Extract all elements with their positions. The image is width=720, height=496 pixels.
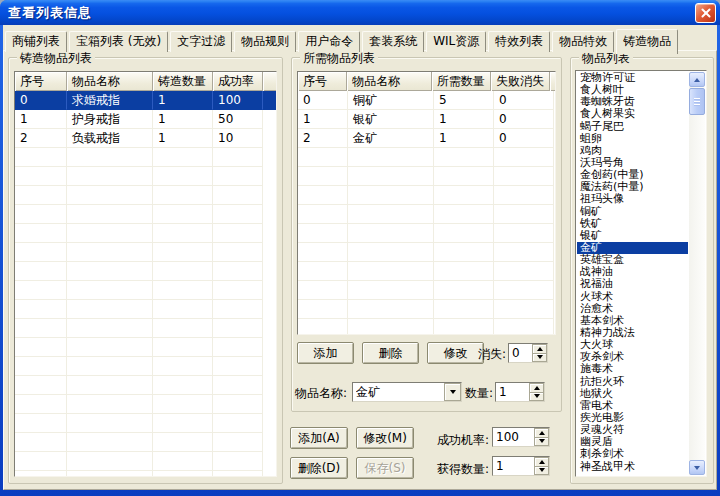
item-list-entry[interactable]: 铜矿 bbox=[577, 206, 688, 218]
item-list-entry[interactable]: 大火球 bbox=[577, 339, 688, 351]
forge-table-row[interactable]: 0求婚戒指1100 bbox=[15, 91, 276, 110]
tab-6[interactable]: WIL资源 bbox=[426, 31, 486, 52]
item-list-entry[interactable]: 神圣战甲术 bbox=[577, 461, 688, 473]
close-button[interactable] bbox=[695, 3, 716, 23]
forge-items-table[interactable]: 序号物品名称铸造数量成功率0求婚戒指11001护身戒指1502负载戒指110 bbox=[14, 71, 277, 477]
required-table-column-header[interactable]: 物品名称 bbox=[347, 72, 432, 91]
spin-up-button[interactable] bbox=[534, 428, 549, 438]
titlebar[interactable]: 查看列表信息 bbox=[0, 0, 720, 25]
forge-table-row[interactable]: 2负载戒指110 bbox=[15, 129, 276, 148]
forge-table-empty-cell bbox=[67, 224, 153, 243]
item-list-entry[interactable]: 金矿 bbox=[577, 242, 688, 254]
item-list-entry[interactable]: 食人树果实 bbox=[577, 108, 688, 120]
item-list-entry[interactable]: 食人树叶 bbox=[577, 84, 688, 96]
spin-down-button[interactable] bbox=[529, 393, 544, 402]
combo-drop-button[interactable] bbox=[444, 383, 461, 401]
tab-8[interactable]: 物品特效 bbox=[552, 31, 614, 52]
scroll-thumb[interactable] bbox=[689, 88, 705, 115]
required-delete-button[interactable]: 删除 bbox=[362, 342, 419, 364]
scroll-up-button[interactable] bbox=[689, 72, 705, 87]
item-list-entry[interactable]: 铁矿 bbox=[577, 218, 688, 230]
required-items-table[interactable]: 序号物品名称所需数量失败消失0铜矿501银矿102金矿10 bbox=[297, 71, 556, 335]
success-rate-input[interactable] bbox=[493, 428, 534, 446]
item-list-entry[interactable]: 鸡肉 bbox=[577, 145, 688, 157]
item-list-entry[interactable]: 火球术 bbox=[577, 291, 688, 303]
required-table-row[interactable]: 1银矿10 bbox=[298, 110, 555, 129]
spin-down-button[interactable] bbox=[532, 354, 547, 363]
item-list-entry[interactable]: 银矿 bbox=[577, 230, 688, 242]
obtain-qty-spinner bbox=[534, 457, 549, 475]
item-list-entry[interactable]: 蝎子尾巴 bbox=[577, 121, 688, 133]
spin-up-button[interactable] bbox=[529, 383, 544, 393]
required-add-button[interactable]: 添加 bbox=[297, 342, 354, 364]
item-list-entry[interactable]: 祝福油 bbox=[577, 278, 688, 290]
forge-table-column-header[interactable]: 铸造数量 bbox=[153, 72, 213, 91]
forge-delete-button[interactable]: 删除(D) bbox=[290, 457, 348, 479]
item-list-entry[interactable]: 疾光电影 bbox=[577, 412, 688, 424]
item-list-entry[interactable]: 抗拒火环 bbox=[577, 376, 688, 388]
obtain-qty-spinbox bbox=[492, 456, 550, 476]
item-list-entry[interactable]: 战神油 bbox=[577, 266, 688, 278]
tab-1[interactable]: 宝箱列表 (无效) bbox=[69, 31, 168, 52]
item-list-entry[interactable]: 毒蜘蛛牙齿 bbox=[577, 96, 688, 108]
item-list-entry[interactable]: 治愈术 bbox=[577, 303, 688, 315]
item-list-entry[interactable]: 金创药(中量) bbox=[577, 169, 688, 181]
spin-down-button[interactable] bbox=[534, 467, 549, 476]
required-table-column-header[interactable]: 所需数量 bbox=[432, 72, 491, 91]
item-list-entry[interactable]: 英雄宝盒 bbox=[577, 254, 688, 266]
forge-table-empty-cell bbox=[15, 262, 67, 281]
required-table-row[interactable]: 2金矿10 bbox=[298, 129, 555, 148]
item-list-entry[interactable]: 灵魂火符 bbox=[577, 424, 688, 436]
required-table-row[interactable]: 0铜矿50 bbox=[298, 91, 555, 110]
forge-table-empty-row bbox=[15, 243, 276, 262]
forge-table-empty-cell bbox=[213, 224, 263, 243]
obtain-qty-input[interactable] bbox=[493, 457, 534, 475]
scroll-down-button[interactable] bbox=[689, 460, 705, 475]
item-list-entry[interactable]: 基本剑术 bbox=[577, 315, 688, 327]
item-list-entry[interactable]: 地狱火 bbox=[577, 388, 688, 400]
forge-table-row[interactable]: 1护身戒指150 bbox=[15, 110, 276, 129]
item-listbox[interactable]: 宠物许可证食人树叶毒蜘蛛牙齿食人树果实蝎子尾巴蛆卵鸡肉沃玛号角金创药(中量)魔法… bbox=[575, 70, 707, 477]
forge-modify-button[interactable]: 修改(M) bbox=[356, 427, 414, 449]
required-table-empty-row bbox=[298, 262, 555, 281]
item-list-entry[interactable]: 魔法药(中量) bbox=[577, 181, 688, 193]
forge-table-column-header[interactable]: 物品名称 bbox=[67, 72, 153, 91]
item-list-entry[interactable]: 蛆卵 bbox=[577, 133, 688, 145]
item-list-entry[interactable]: 刺杀剑术 bbox=[577, 448, 688, 460]
spin-up-button[interactable] bbox=[532, 344, 547, 354]
item-list-entry[interactable]: 幽灵盾 bbox=[577, 436, 688, 448]
spin-down-button[interactable] bbox=[534, 438, 549, 447]
item-list-entry[interactable]: 祖玛头像 bbox=[577, 193, 688, 205]
required-table-column-header[interactable]: 失败消失 bbox=[491, 72, 550, 91]
item-list-scrollbar[interactable] bbox=[689, 72, 705, 475]
forge-save-button[interactable]: 保存(S) bbox=[356, 457, 414, 479]
required-table-column-header[interactable]: 序号 bbox=[298, 72, 347, 91]
tab-0[interactable]: 商铺列表 bbox=[5, 31, 67, 52]
tab-2[interactable]: 文字过滤 bbox=[170, 31, 232, 52]
forge-table-empty-row bbox=[15, 205, 276, 224]
spin-up-button[interactable] bbox=[534, 457, 549, 467]
tab-3[interactable]: 物品规则 bbox=[234, 31, 296, 52]
item-list-entry[interactable]: 宠物许可证 bbox=[577, 72, 688, 84]
item-list-entry[interactable]: 沃玛号角 bbox=[577, 157, 688, 169]
tab-5[interactable]: 套装系统 bbox=[362, 31, 424, 52]
required-table-empty-cell bbox=[298, 205, 348, 224]
item-list-entry[interactable]: 雷电术 bbox=[577, 400, 688, 412]
item-name-value[interactable] bbox=[353, 383, 444, 401]
tab-9[interactable]: 铸造物品 bbox=[616, 29, 678, 54]
required-table-cell: 0 bbox=[494, 110, 554, 129]
qty-input[interactable] bbox=[496, 383, 529, 401]
item-list-entry[interactable]: 精神力战法 bbox=[577, 327, 688, 339]
required-table-empty-cell bbox=[298, 319, 348, 335]
required-table-empty-cell bbox=[494, 262, 554, 281]
forge-table-column-header[interactable]: 序号 bbox=[15, 72, 67, 91]
lost-input[interactable] bbox=[509, 344, 532, 362]
required-modify-button[interactable]: 修改 bbox=[427, 342, 484, 364]
forge-table-empty-cell bbox=[153, 148, 213, 167]
item-list-entry[interactable]: 攻杀剑术 bbox=[577, 351, 688, 363]
forge-add-button[interactable]: 添加(A) bbox=[290, 427, 348, 449]
forge-table-column-header[interactable]: 成功率 bbox=[213, 72, 263, 91]
tab-7[interactable]: 特效列表 bbox=[488, 31, 550, 52]
tab-4[interactable]: 用户命令 bbox=[298, 31, 360, 52]
item-list-entry[interactable]: 施毒术 bbox=[577, 363, 688, 375]
